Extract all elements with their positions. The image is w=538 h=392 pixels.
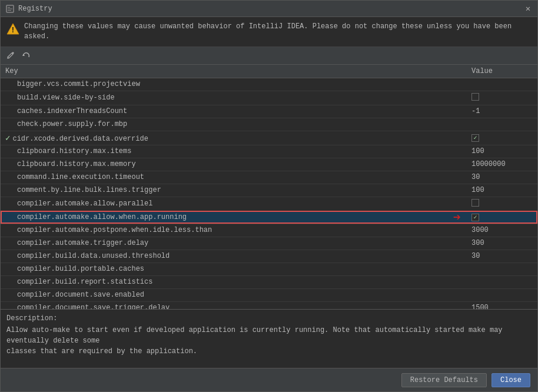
registry-value [467,288,537,301]
registry-key: bigger.vcs.commit.projectview [17,80,140,88]
table-row[interactable]: ✓cidr.xcode.derived.data.override [1,131,537,145]
description-text: Allow auto-make to start even if develop… [6,325,532,357]
warning-text: Changing these values may cause unwanted… [24,22,532,42]
table-row[interactable]: comment.by.line.bulk.lines.trigger100 [1,184,537,197]
close-dialog-button[interactable]: Close [491,373,530,387]
registry-key: compiler.document.save.trigger.delay [17,304,170,309]
table-row[interactable]: build.view.side-by-side [1,91,537,105]
title-bar: Registry ✕ [1,1,537,17]
edit-button[interactable] [4,49,17,62]
registry-key: compiler.automake.allow.parallel [17,200,152,208]
svg-text:!: ! [12,25,14,34]
svg-rect-3 [8,10,11,11]
registry-key: compiler.build.report.statistics [17,278,152,286]
registry-key: clipboard.history.max.memory [17,160,136,168]
warning-icon: ! [6,22,19,35]
table-row[interactable]: compiler.automake.allow.parallel [1,197,537,211]
registry-value[interactable] [467,131,537,145]
registry-value[interactable] [467,211,537,224]
warning-bar: ! Changing these values may cause unwant… [1,17,537,47]
registry-checkbox[interactable] [471,199,479,207]
registry-value: 30 [467,171,537,184]
registry-checkbox[interactable] [471,214,479,221]
table-row[interactable]: compiler.document.save.trigger.delay1500 [1,301,537,309]
bottom-bar: Restore Defaults Close [1,368,537,391]
registry-table: Key Value bigger.vcs.commit.projectviewb… [1,65,537,309]
registry-value [467,263,537,275]
table-row[interactable]: compiler.automake.allow.when.app.running… [1,211,537,224]
registry-key: clipboard.history.max.items [17,147,131,155]
registry-table-container[interactable]: Key Value bigger.vcs.commit.projectviewb… [1,65,537,309]
table-row[interactable]: command.line.execution.timeout30 [1,171,537,184]
app-icon [5,4,15,14]
registry-value: 30 [467,250,537,263]
registry-value: 300 [467,237,537,250]
registry-value: 3000 [467,224,537,237]
undo-button[interactable] [19,49,32,62]
table-row[interactable]: clipboard.history.max.items100 [1,145,537,158]
registry-checkbox[interactable] [471,93,479,101]
close-button[interactable]: ✕ [523,4,533,14]
table-row[interactable]: check.power.supply.for.mbp [1,118,537,131]
registry-key: cidr.xcode.derived.data.override [12,135,148,143]
table-row[interactable]: compiler.document.save.enabled [1,288,537,301]
registry-dialog: Registry ✕ ! Changing these values may c… [0,0,538,392]
main-content: Key Value bigger.vcs.commit.projectviewb… [1,65,537,368]
registry-key: compiler.build.data.unused.threshold [17,252,170,260]
registry-key: compiler.document.save.enabled [17,291,144,299]
registry-value: 100 [467,184,537,197]
registry-key: check.power.supply.for.mbp [17,120,127,128]
key-header: Key [1,65,467,78]
registry-value: 100 [467,145,537,158]
registry-key: compiler.automake.trigger.delay [17,239,148,247]
registry-value [467,275,537,288]
registry-key: compiler.automake.postpone.when.idle.les… [17,226,212,234]
registry-checkbox[interactable] [471,134,479,142]
row-check-indicator: ✓ [5,134,12,143]
registry-key: compiler.build.portable.caches [17,265,144,273]
title-text: Registry [18,5,523,13]
registry-value [467,118,537,131]
description-label: Description: [6,314,532,323]
registry-value: 1500 [467,301,537,309]
registry-key: compiler.automake.allow.when.app.running [17,213,187,221]
table-row[interactable]: bigger.vcs.commit.projectview [1,78,537,91]
description-panel: Description: Allow auto-make to start ev… [1,309,537,368]
table-row[interactable]: caches.indexerThreadsCount-1 [1,105,537,118]
registry-key: build.view.side-by-side [17,94,115,102]
table-row[interactable]: compiler.build.data.unused.threshold30 [1,250,537,263]
registry-value: 10000000 [467,158,537,171]
svg-rect-2 [8,8,12,9]
registry-value: -1 [467,105,537,118]
registry-key: comment.by.line.bulk.lines.trigger [17,186,161,194]
registry-value [467,78,537,91]
registry-key: command.line.execution.timeout [17,173,144,181]
svg-rect-1 [8,7,10,8]
table-row[interactable]: compiler.automake.trigger.delay300 [1,237,537,250]
table-row[interactable]: compiler.build.report.statistics [1,275,537,288]
table-row[interactable]: compiler.automake.postpone.when.idle.les… [1,224,537,237]
registry-key: caches.indexerThreadsCount [17,107,127,115]
registry-value[interactable] [467,197,537,211]
table-row[interactable]: clipboard.history.max.memory10000000 [1,158,537,171]
restore-defaults-button[interactable]: Restore Defaults [401,373,487,387]
table-row[interactable]: compiler.build.portable.caches [1,263,537,275]
toolbar [1,47,537,65]
registry-value[interactable] [467,91,537,105]
value-header: Value [467,65,537,78]
